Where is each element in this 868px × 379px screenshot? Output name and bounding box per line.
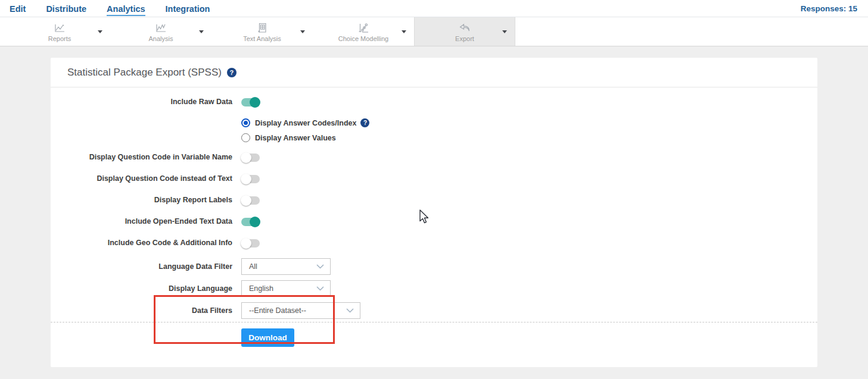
- toolbar-tab-label: Text Analysis: [243, 36, 281, 42]
- nav-item-integration[interactable]: Integration: [166, 4, 210, 14]
- question-code-text-toggle[interactable]: [241, 175, 260, 183]
- include-raw-data-toggle[interactable]: [241, 98, 260, 107]
- setting-label: Include Raw Data: [51, 98, 232, 107]
- question-code-variable-toggle[interactable]: [241, 154, 260, 162]
- spss-export-panel: Statistical Package Export (SPSS) ? Incl…: [51, 58, 817, 367]
- display-answer-codes-radio[interactable]: [241, 118, 250, 127]
- download-row: Download: [51, 328, 817, 347]
- setting-label: Display Question Code instead of Text: [51, 174, 232, 183]
- toggle-knob: [241, 238, 251, 249]
- dashed-divider: [51, 322, 817, 322]
- toggle-knob: [241, 195, 251, 206]
- nav-item-distribute[interactable]: Distribute: [46, 4, 86, 14]
- nav-item-edit[interactable]: Edit: [10, 4, 26, 14]
- report-labels-toggle[interactable]: [241, 196, 260, 205]
- nav-item-analytics[interactable]: Analytics: [107, 4, 145, 17]
- toolbar-tab-export[interactable]: Export: [414, 17, 515, 46]
- setting-label: Include Open-Ended Text Data: [51, 217, 232, 226]
- setting-row-open-ended: Include Open-Ended Text Data: [51, 217, 817, 226]
- chevron-down-icon: [316, 264, 324, 269]
- select-value: --Entire Dataset--: [249, 306, 306, 315]
- setting-row-question-code-text: Display Question Code instead of Text: [51, 174, 817, 183]
- chevron-down-icon[interactable]: [300, 30, 305, 36]
- geo-code-toggle[interactable]: [241, 239, 260, 248]
- export-arrow-icon: [458, 21, 471, 34]
- setting-label: Language Data Filter: [51, 262, 232, 271]
- toolbar-tab-label: Analysis: [149, 36, 173, 42]
- setting-label: Include Geo Code & Additional Info: [51, 239, 232, 248]
- setting-row-include-raw-data: Include Raw Data: [51, 98, 817, 107]
- setting-row-display-language: Display Language English: [51, 280, 817, 297]
- line-chart-icon: [54, 21, 66, 34]
- toolbar-tab-analysis[interactable]: Analysis: [110, 17, 211, 46]
- document-grid-icon: [256, 21, 268, 34]
- display-answer-values-radio[interactable]: [241, 133, 250, 142]
- chevron-down-icon[interactable]: [502, 30, 507, 36]
- toolbar-tab-label: Export: [455, 36, 474, 42]
- chevron-down-icon[interactable]: [98, 30, 102, 36]
- radio-label: Display Answer Values: [255, 134, 336, 142]
- language-data-filter-select[interactable]: All: [241, 258, 331, 275]
- toggle-knob: [241, 174, 251, 184]
- setting-row-language-data-filter: Language Data Filter All: [51, 258, 817, 275]
- responses-count[interactable]: Responses: 15: [801, 4, 857, 13]
- chevron-down-icon: [316, 286, 324, 291]
- setting-row-question-code-variable: Display Question Code in Variable Name: [51, 153, 817, 162]
- toolbar-tab-label: Reports: [48, 36, 71, 42]
- page-title: Statistical Package Export (SPSS): [67, 67, 222, 79]
- select-value: English: [249, 284, 273, 293]
- setting-row-geo-code: Include Geo Code & Additional Info: [51, 239, 817, 248]
- select-value: All: [249, 262, 257, 271]
- chevron-down-icon[interactable]: [402, 30, 406, 36]
- toggle-knob: [241, 152, 251, 163]
- line-chart-icon: [155, 21, 167, 34]
- setting-label: Display Report Labels: [51, 196, 232, 205]
- help-icon[interactable]: ?: [227, 68, 237, 77]
- radio-label: Display Answer Codes/Index: [255, 119, 356, 127]
- setting-row-report-labels: Display Report Labels: [51, 196, 817, 205]
- toolbar-tab-label: Choice Modelling: [338, 36, 388, 42]
- top-nav: Edit Distribute Analytics Integration Re…: [0, 0, 868, 17]
- toolbar-tab-choice-modelling[interactable]: Choice Modelling: [313, 17, 414, 46]
- setting-row-answer-codes: Display Answer Codes/Index ?: [51, 118, 817, 127]
- panel-body: Include Raw Data Display Answer Codes/In…: [51, 87, 817, 347]
- chevron-down-icon[interactable]: [199, 30, 204, 36]
- panel-header: Statistical Package Export (SPSS) ?: [51, 58, 817, 87]
- toggle-knob: [250, 97, 260, 108]
- setting-row-answer-values: Display Answer Values: [51, 133, 817, 142]
- toolbar-tab-text-analysis[interactable]: Text Analysis: [211, 17, 313, 46]
- help-icon[interactable]: ?: [360, 118, 369, 127]
- toggle-knob: [250, 217, 260, 227]
- setting-label: Data Filters: [51, 306, 232, 315]
- open-ended-text-toggle[interactable]: [241, 218, 260, 226]
- setting-label: Display Question Code in Variable Name: [51, 153, 232, 162]
- setting-label: Display Language: [51, 284, 232, 293]
- scatter-chart-icon: [357, 21, 369, 34]
- display-language-select[interactable]: English: [241, 280, 331, 297]
- toolbar-tab-reports[interactable]: Reports: [9, 17, 110, 46]
- data-filters-select[interactable]: --Entire Dataset--: [241, 302, 360, 319]
- chevron-down-icon: [346, 308, 354, 313]
- download-button[interactable]: Download: [241, 328, 294, 347]
- setting-row-data-filters: Data Filters --Entire Dataset--: [51, 302, 817, 319]
- analytics-toolbar: Reports Analysis Text Analysis Choice Mo…: [0, 17, 868, 46]
